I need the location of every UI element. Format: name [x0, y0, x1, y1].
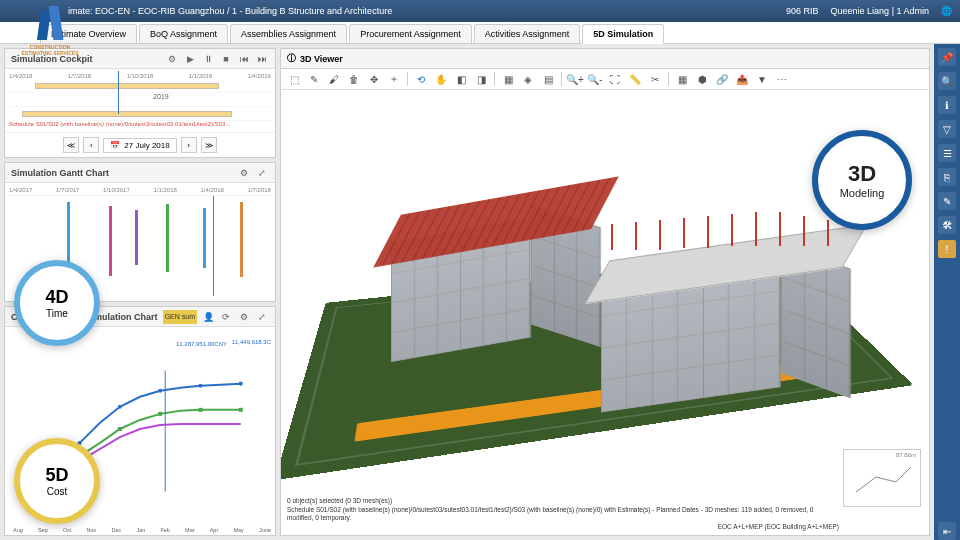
- forward-icon[interactable]: ⏭: [255, 52, 269, 66]
- collapse-icon[interactable]: ⇤: [938, 522, 956, 540]
- export-icon[interactable]: 📤: [733, 70, 751, 88]
- svg-point-4: [198, 384, 202, 388]
- logo-icon: [35, 6, 65, 44]
- gantt-expand-icon[interactable]: ⤢: [255, 166, 269, 180]
- status-line-2: Schedule S01/S02 (with baseline(s) (none…: [287, 506, 839, 523]
- measure-icon[interactable]: 📏: [626, 70, 644, 88]
- more-icon[interactable]: ⋯: [773, 70, 791, 88]
- zoom-out-icon[interactable]: 🔍-: [586, 70, 604, 88]
- rewind-icon[interactable]: ⏮: [237, 52, 251, 66]
- cost-end-label: 11,449,618.3C: [232, 339, 271, 345]
- svg-rect-11: [239, 408, 243, 412]
- x-tick: Feb: [160, 527, 169, 533]
- link-icon[interactable]: 🔗: [713, 70, 731, 88]
- x-tick: Dec: [112, 527, 122, 533]
- user-icon[interactable]: 👤: [201, 310, 215, 324]
- svg-point-5: [239, 382, 243, 386]
- cost-peak-label: 11,287,951.00CNY: [176, 341, 227, 347]
- fit-icon[interactable]: ⛶: [606, 70, 624, 88]
- tab-activities-assignment[interactable]: Activities Assignment: [474, 24, 581, 43]
- gantt-date: 1/4/2017: [9, 187, 32, 193]
- gantt-title: Simulation Gantt Chart: [11, 168, 237, 178]
- titlebar: imate: EOC-EN - EOC-RIB Guangzhou / 1 - …: [0, 0, 960, 22]
- info-side-icon[interactable]: ℹ: [938, 96, 956, 114]
- nav-next-icon[interactable]: ›: [181, 137, 197, 153]
- svg-point-2: [118, 405, 122, 409]
- play-icon[interactable]: ▶: [183, 52, 197, 66]
- tab-boq-assignment[interactable]: BoQ Assignment: [139, 24, 228, 43]
- gantt-date: 1/1/2018: [153, 187, 176, 193]
- pause-icon[interactable]: ⏸: [201, 52, 215, 66]
- clip-icon[interactable]: ✂: [646, 70, 664, 88]
- date-controls: ≪ ‹ 📅 27 July 2018 › ≫: [5, 132, 275, 157]
- filter-icon[interactable]: ▼: [753, 70, 771, 88]
- bucket-icon[interactable]: 🗑: [345, 70, 363, 88]
- current-date-field[interactable]: 📅 27 July 2018: [103, 138, 176, 153]
- pin-icon[interactable]: 📌: [938, 48, 956, 66]
- pan-icon[interactable]: ✋: [432, 70, 450, 88]
- nav-last-icon[interactable]: ≫: [201, 137, 217, 153]
- zoom-in-icon[interactable]: 🔍+: [566, 70, 584, 88]
- list-icon[interactable]: ☰: [938, 144, 956, 162]
- tabbar: Estimate Overview BoQ Assignment Assembl…: [0, 22, 960, 44]
- x-tick: June: [259, 527, 271, 533]
- status-line-3: EOC A+L+MEP (EOC Building A+L+MEP): [287, 523, 839, 531]
- gantt-gear-icon[interactable]: ⚙: [237, 166, 251, 180]
- status-line-1: 0 object(s) selected (0 3D mesh(es)): [287, 497, 839, 505]
- nav-prev-icon[interactable]: ‹: [83, 137, 99, 153]
- x-tick: Nov: [87, 527, 97, 533]
- grid-icon[interactable]: ▦: [673, 70, 691, 88]
- x-tick: Jan: [136, 527, 145, 533]
- viewer-status: 0 object(s) selected (0 3D mesh(es)) Sch…: [287, 497, 839, 531]
- align-right-icon[interactable]: ◨: [472, 70, 490, 88]
- badge-4d-big: 4D: [45, 287, 68, 308]
- wrench-icon[interactable]: 🛠: [938, 216, 956, 234]
- cost-gear-icon[interactable]: ⚙: [237, 310, 251, 324]
- select-icon[interactable]: ⬚: [285, 70, 303, 88]
- orbit-icon[interactable]: ⟲: [412, 70, 430, 88]
- gen-badge[interactable]: GEN sum: [163, 310, 197, 324]
- copy-icon[interactable]: ⎘: [938, 168, 956, 186]
- badge-3d-big: 3D: [848, 161, 876, 187]
- brush-icon[interactable]: 🖌: [325, 70, 343, 88]
- badge-5d: 5D Cost: [14, 438, 100, 524]
- cockpit-settings-icon[interactable]: ⚙: [165, 52, 179, 66]
- filter-side-icon[interactable]: ▽: [938, 120, 956, 138]
- move-icon[interactable]: ✥: [365, 70, 383, 88]
- tab-assemblies-assignment[interactable]: Assemblies Assignment: [230, 24, 347, 43]
- cube-icon[interactable]: ⬢: [693, 70, 711, 88]
- year-marker: 2019: [153, 93, 169, 100]
- warning-icon[interactable]: !: [938, 240, 956, 258]
- viewer-toolbar: ⬚ ✎ 🖌 🗑 ✥ ＋ ⟲ ✋ ◧ ◨ ▦ ◈ ▤ 🔍+ 🔍- ⛶ 📏 ✂ ▦ …: [280, 68, 930, 90]
- globe-icon[interactable]: 🌐: [941, 6, 952, 16]
- iso-icon[interactable]: ◈: [519, 70, 537, 88]
- lasso-icon[interactable]: ✎: [305, 70, 323, 88]
- badge-3d-sm: Modeling: [840, 187, 885, 199]
- svg-rect-10: [198, 408, 202, 412]
- nav-first-icon[interactable]: ≪: [63, 137, 79, 153]
- x-tick: May: [233, 527, 243, 533]
- add-icon[interactable]: ＋: [385, 70, 403, 88]
- x-tick: Aug: [13, 527, 23, 533]
- info-icon: ⓘ: [287, 52, 296, 65]
- svg-rect-8: [118, 427, 122, 431]
- badge-3d: 3D Modeling: [812, 130, 912, 230]
- refresh-icon[interactable]: ⟳: [219, 310, 233, 324]
- tab-5d-simulation[interactable]: 5D Simulation: [582, 24, 664, 44]
- cost-expand-icon[interactable]: ⤢: [255, 310, 269, 324]
- viewer-title-row: ⓘ 3D Viewer: [280, 48, 930, 68]
- schedule-note: Schedule S01/S02 (with baseline(s) (none…: [9, 121, 271, 127]
- stop-icon[interactable]: ■: [219, 52, 233, 66]
- minimap[interactable]: 87.86m: [843, 449, 921, 507]
- section-icon[interactable]: ▤: [539, 70, 557, 88]
- gantt-date: 1/7/2017: [56, 187, 79, 193]
- tab-procurement-assignment[interactable]: Procurement Assignment: [349, 24, 472, 43]
- x-tick: Mar: [185, 527, 194, 533]
- edit-icon[interactable]: ✎: [938, 192, 956, 210]
- search-icon[interactable]: 🔍: [938, 72, 956, 90]
- viewer-column: ⓘ 3D Viewer ⬚ ✎ 🖌 🗑 ✥ ＋ ⟲ ✋ ◧ ◨ ▦ ◈ ▤ 🔍+…: [280, 44, 934, 540]
- align-left-icon[interactable]: ◧: [452, 70, 470, 88]
- svg-rect-9: [158, 412, 162, 416]
- layers-icon[interactable]: ▦: [499, 70, 517, 88]
- gantt-date: 1/10/2017: [103, 187, 130, 193]
